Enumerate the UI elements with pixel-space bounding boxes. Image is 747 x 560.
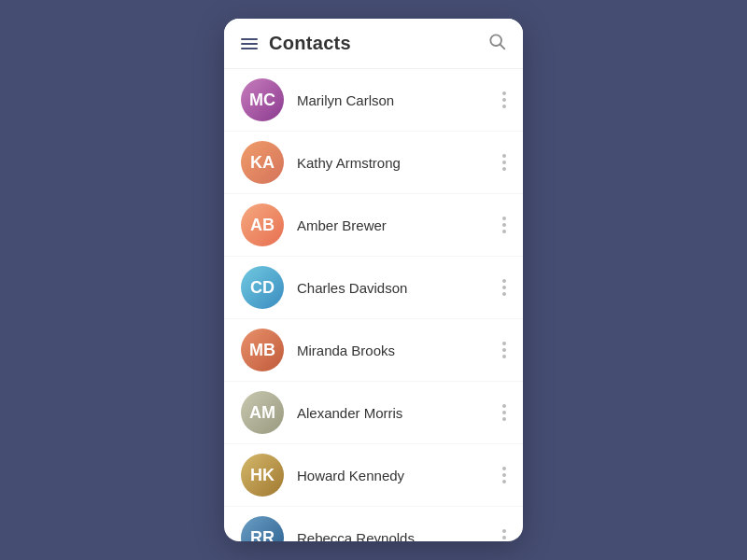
more-options-icon[interactable] bbox=[502, 91, 506, 108]
list-item[interactable]: KAKathy Armstrong bbox=[224, 132, 523, 194]
list-item[interactable]: MBMiranda Brooks bbox=[224, 319, 523, 382]
header-title: Contacts bbox=[269, 33, 487, 54]
app-header: Contacts bbox=[224, 19, 523, 69]
avatar: KA bbox=[241, 141, 284, 184]
avatar: CD bbox=[241, 266, 284, 309]
contact-name: Amber Brewer bbox=[297, 217, 502, 233]
contact-name: Marilyn Carlson bbox=[297, 92, 502, 108]
contact-list: MCMarilyn CarlsonKAKathy ArmstrongABAmbe… bbox=[224, 69, 523, 541]
list-item[interactable]: MCMarilyn Carlson bbox=[224, 69, 523, 132]
avatar: RR bbox=[241, 516, 284, 541]
list-item[interactable]: ABAmber Brewer bbox=[224, 194, 523, 257]
contact-name: Howard Kennedy bbox=[297, 468, 502, 483]
search-icon[interactable] bbox=[487, 32, 506, 55]
more-options-icon[interactable] bbox=[502, 529, 506, 541]
contact-name: Rebecca Reynolds bbox=[297, 530, 502, 542]
list-item[interactable]: AMAlexander Morris bbox=[224, 382, 523, 444]
list-item[interactable]: CDCharles Davidson bbox=[224, 257, 523, 319]
avatar: AM bbox=[241, 391, 284, 434]
contact-name: Miranda Brooks bbox=[297, 343, 502, 358]
avatar: MB bbox=[241, 329, 284, 371]
contact-name: Kathy Armstrong bbox=[297, 155, 502, 171]
more-options-icon[interactable] bbox=[502, 467, 506, 483]
avatar: AB bbox=[241, 203, 284, 246]
contact-name: Alexander Morris bbox=[297, 405, 502, 421]
more-options-icon[interactable] bbox=[502, 217, 506, 233]
list-item[interactable]: HKHoward Kennedy bbox=[224, 444, 523, 507]
menu-icon[interactable] bbox=[241, 38, 258, 49]
more-options-icon[interactable] bbox=[502, 154, 506, 171]
avatar: HK bbox=[241, 454, 284, 497]
avatar: MC bbox=[241, 78, 284, 121]
more-options-icon[interactable] bbox=[502, 342, 506, 358]
list-item[interactable]: RRRebecca Reynolds bbox=[224, 507, 523, 541]
more-options-icon[interactable] bbox=[502, 279, 506, 296]
svg-line-1 bbox=[500, 45, 505, 49]
more-options-icon[interactable] bbox=[502, 404, 506, 421]
contact-name: Charles Davidson bbox=[297, 280, 502, 296]
contacts-card: Contacts MCMarilyn CarlsonKAKathy Armstr… bbox=[224, 19, 523, 541]
